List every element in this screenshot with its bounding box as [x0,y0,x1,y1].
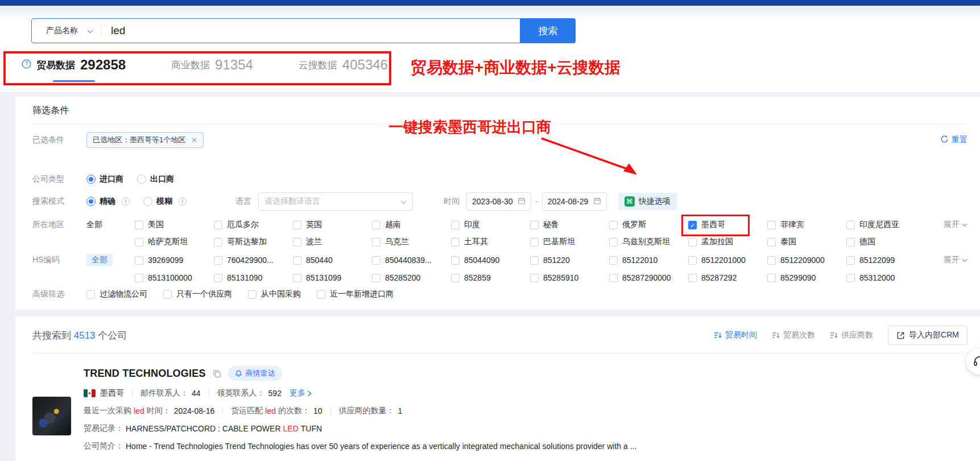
checkbox-icon [846,256,855,265]
more-link[interactable]: 更多 [290,388,312,398]
date-to-input[interactable]: 2024-08-29 [542,192,607,211]
results-summary: 共搜索到 4513 个公司 [32,329,127,342]
sort-trade-count[interactable]: 贸易次数 [772,330,815,340]
hs-code-option[interactable]: 85312000 [846,273,925,282]
region-option[interactable]: 英国 [293,220,372,230]
tab-cloud-search-data[interactable]: 云搜数据 405346 [299,57,388,73]
hs-code-option[interactable]: 85044090 [451,256,530,265]
help-icon[interactable]: ? [22,59,31,71]
region-option[interactable]: 美国 [135,220,214,230]
region-option[interactable]: 乌克兰 [372,237,451,247]
import-crm-button[interactable]: 导入内部CRM [888,326,967,345]
region-option[interactable]: 哥斯达黎加 [214,237,293,247]
hs-code-option[interactable]: 850440 [293,256,372,265]
tab-count: 405346 [342,57,388,73]
hs-code-option[interactable]: 851220 [530,256,609,265]
advanced-option-filter-logistics[interactable]: 过滤物流公司 [86,289,147,299]
advanced-option-new-importer[interactable]: 近一年新增进口商 [317,289,394,299]
selected-region-tag[interactable]: 已选地区：墨西哥等1个地区 ✕ [86,132,204,148]
hs-code-option[interactable]: 85287292 [688,273,767,282]
hs-expand-button[interactable]: 展开 [944,255,967,265]
language-label: 语言 [235,196,251,207]
search-category-select[interactable]: 产品名称 [32,26,101,36]
company-profile-label: 公司简介： [84,441,123,451]
hs-code-option[interactable]: 8512201000 [688,256,767,265]
data-tabs: ? 贸易数据 292858 商业数据 91354 云搜数据 405346 [22,57,980,83]
checkbox-icon [293,274,301,282]
date-from-input[interactable]: 2023-08-30 [466,192,531,211]
search-input[interactable] [102,24,520,37]
tab-business-data[interactable]: 商业数据 91354 [171,57,253,73]
language-select[interactable]: 请选择翻译语言 [258,192,413,211]
checkbox-icon [767,238,776,246]
filter-title: 筛选条件 [32,105,967,117]
checkbox-icon [372,256,381,265]
checkbox-icon [293,221,301,229]
region-option[interactable]: 菲律宾 [767,220,846,230]
region-option[interactable]: 巴基斯坦 [530,237,609,247]
business-radar-badge[interactable]: 商情雷达 [228,366,282,381]
region-option[interactable]: 波兰 [293,237,372,247]
row-label: 所在地区 [32,220,86,230]
radio-importer[interactable]: 进口商 [86,174,123,184]
hs-code-option[interactable]: 8512209000 [767,256,846,265]
region-option[interactable]: 哈萨克斯坦 [135,237,214,247]
search-button[interactable]: 搜索 [520,18,576,43]
tab-trade-data[interactable]: ? 贸易数据 292858 [22,57,126,73]
company-type-row: 公司类型 进口商 出口商 [32,174,967,184]
quick-options-button[interactable]: ⌘ 快捷选项 [618,193,677,210]
checkbox-icon [530,256,539,265]
radio-exporter[interactable]: 出口商 [137,174,174,184]
hs-code-option[interactable]: 85299090 [767,273,846,282]
hs-code-option[interactable]: 85285200 [372,273,451,282]
region-expand-button[interactable]: 展开 [944,220,967,230]
region-option[interactable]: 俄罗斯 [609,220,688,230]
hs-code-option[interactable]: 85131099 [293,273,372,282]
results-panel: 共搜索到 4513 个公司 贸易时间 贸易次数 供应商数 导入内部CRM [15,316,980,461]
hs-code-option[interactable]: 852859 [451,273,530,282]
region-all-option[interactable]: 全部 [86,220,135,230]
region-option[interactable]: 德国 [846,237,925,247]
region-option[interactable]: 秘鲁 [530,220,609,230]
region-option[interactable]: 印度 [451,220,530,230]
region-option[interactable]: 乌兹别克斯坦 [609,237,688,247]
supplier-count: 1 [398,406,403,415]
company-thumbnail[interactable] [32,397,71,435]
hs-code-option[interactable]: 39269099 [135,256,214,265]
hs-code-option[interactable]: 8513100000 [135,273,214,282]
hs-code-option[interactable]: 85122010 [609,256,688,265]
sort-icon [830,331,838,339]
copy-icon[interactable] [213,369,221,378]
advanced-option-single-supplier[interactable]: 只有一个供应商 [163,289,232,299]
company-name[interactable]: TREND TECHNOLOGIES [84,368,206,380]
region-option[interactable]: 泰国 [767,237,846,247]
close-icon[interactable]: ✕ [191,136,197,145]
region-option[interactable]: 土耳其 [451,237,530,247]
sort-trade-time[interactable]: 贸易时间 [714,330,757,340]
hs-code-option[interactable]: 85287290000 [609,273,688,282]
region-option[interactable]: 越南 [372,220,451,230]
hs-code-option[interactable]: 85285910 [530,273,609,282]
hs-code-option[interactable]: 850440839... [372,256,451,265]
hs-code-option[interactable]: 85122099 [846,256,925,265]
checkbox-icon [214,221,222,229]
region-option-mexico-checked[interactable]: ✓ 墨西哥 [688,220,767,230]
reset-button[interactable]: 重置 [940,135,967,145]
hs-code-option[interactable]: 760429900... [214,256,293,265]
company-purchase-row: 最近一次采购 led 时间： 2024-08-16 货运匹配 led 的次数： … [84,406,967,416]
advanced-option-buy-from-china[interactable]: 从中国采购 [248,289,301,299]
region-option[interactable]: 孟加拉国 [688,237,767,247]
checkbox-icon [372,221,381,229]
chevron-down-icon [87,26,93,35]
hs-code-option[interactable]: 85131090 [214,273,293,282]
radio-fuzzy-mode[interactable]: 模糊 i [143,196,187,207]
hs-all-option-selected[interactable]: 全部 [86,254,113,266]
region-option[interactable]: 厄瓜多尔 [214,220,293,230]
checkbox-icon [86,290,95,299]
sort-supplier-count[interactable]: 供应商数 [830,330,873,340]
info-icon[interactable]: i [122,197,130,205]
info-icon[interactable]: i [179,197,187,205]
region-option[interactable]: 印度尼西亚 [846,220,925,230]
quick-options-label: 快捷选项 [639,196,671,207]
radio-exact-mode[interactable]: 精确 i [86,196,130,207]
